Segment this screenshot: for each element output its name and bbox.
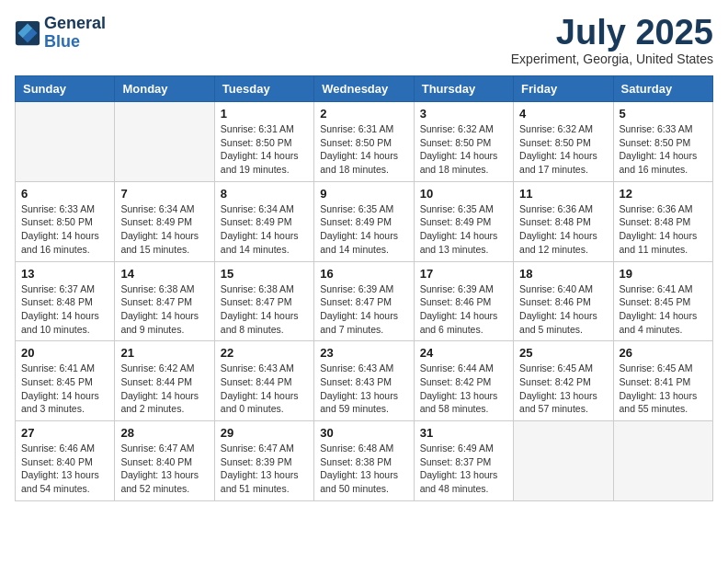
calendar-cell [514, 421, 613, 501]
day-info: Sunrise: 6:32 AMSunset: 8:50 PMDaylight:… [420, 122, 507, 177]
header-tuesday: Tuesday [214, 76, 313, 102]
day-number: 13 [21, 267, 108, 281]
calendar-cell: 20Sunrise: 6:41 AMSunset: 8:45 PMDayligh… [16, 341, 115, 421]
day-number: 16 [320, 267, 407, 281]
calendar-cell: 31Sunrise: 6:49 AMSunset: 8:37 PMDayligh… [414, 421, 513, 501]
page-header: General Blue July 2025 Experiment, Georg… [15, 15, 713, 66]
header-sunday: Sunday [16, 76, 115, 102]
day-number: 4 [519, 107, 607, 121]
day-info: Sunrise: 6:31 AMSunset: 8:50 PMDaylight:… [320, 122, 407, 177]
day-number: 30 [320, 426, 407, 440]
day-number: 17 [420, 267, 507, 281]
calendar-cell: 10Sunrise: 6:35 AMSunset: 8:49 PMDayligh… [414, 181, 513, 261]
day-number: 20 [21, 346, 108, 360]
day-number: 23 [320, 346, 407, 360]
day-number: 14 [120, 267, 208, 281]
day-info: Sunrise: 6:36 AMSunset: 8:48 PMDaylight:… [620, 202, 707, 257]
day-info: Sunrise: 6:43 AMSunset: 8:44 PMDaylight:… [221, 362, 308, 416]
calendar-cell: 3Sunrise: 6:32 AMSunset: 8:50 PMDaylight… [414, 102, 513, 182]
calendar-cell: 18Sunrise: 6:40 AMSunset: 8:46 PMDayligh… [514, 261, 613, 341]
day-info: Sunrise: 6:33 AMSunset: 8:50 PMDaylight:… [21, 202, 108, 257]
day-number: 27 [21, 426, 108, 440]
calendar-cell: 4Sunrise: 6:32 AMSunset: 8:50 PMDaylight… [514, 102, 613, 182]
header-friday: Friday [514, 76, 613, 102]
calendar-cell: 21Sunrise: 6:42 AMSunset: 8:44 PMDayligh… [115, 341, 214, 421]
header-monday: Monday [115, 76, 214, 102]
day-number: 24 [420, 346, 507, 360]
day-info: Sunrise: 6:36 AMSunset: 8:48 PMDaylight:… [519, 202, 607, 257]
calendar-cell: 17Sunrise: 6:39 AMSunset: 8:46 PMDayligh… [414, 261, 513, 341]
day-number: 3 [420, 107, 507, 121]
day-info: Sunrise: 6:39 AMSunset: 8:47 PMDaylight:… [320, 282, 407, 337]
calendar-cell: 27Sunrise: 6:46 AMSunset: 8:40 PMDayligh… [16, 421, 115, 501]
day-info: Sunrise: 6:39 AMSunset: 8:46 PMDaylight:… [420, 282, 507, 337]
day-info: Sunrise: 6:40 AMSunset: 8:46 PMDaylight:… [519, 282, 607, 337]
header-saturday: Saturday [613, 76, 712, 102]
calendar: Sunday Monday Tuesday Wednesday Thursday… [15, 75, 713, 501]
day-info: Sunrise: 6:48 AMSunset: 8:38 PMDaylight:… [320, 442, 407, 496]
calendar-cell [613, 421, 712, 501]
calendar-cell [16, 102, 115, 182]
day-info: Sunrise: 6:32 AMSunset: 8:50 PMDaylight:… [519, 122, 607, 177]
day-number: 10 [420, 187, 507, 201]
day-info: Sunrise: 6:41 AMSunset: 8:45 PMDaylight:… [21, 362, 108, 416]
day-info: Sunrise: 6:38 AMSunset: 8:47 PMDaylight:… [221, 282, 308, 337]
month-title: July 2025 [511, 15, 713, 50]
calendar-cell: 15Sunrise: 6:38 AMSunset: 8:47 PMDayligh… [214, 261, 313, 341]
day-number: 18 [519, 267, 607, 281]
day-number: 8 [221, 187, 308, 201]
calendar-week-1: 1Sunrise: 6:31 AMSunset: 8:50 PMDaylight… [16, 102, 713, 182]
calendar-cell: 22Sunrise: 6:43 AMSunset: 8:44 PMDayligh… [214, 341, 313, 421]
calendar-cell [115, 102, 214, 182]
calendar-cell: 11Sunrise: 6:36 AMSunset: 8:48 PMDayligh… [514, 181, 613, 261]
calendar-week-4: 20Sunrise: 6:41 AMSunset: 8:45 PMDayligh… [16, 341, 713, 421]
calendar-week-5: 27Sunrise: 6:46 AMSunset: 8:40 PMDayligh… [16, 421, 713, 501]
logo-icon [15, 20, 40, 46]
calendar-cell: 14Sunrise: 6:38 AMSunset: 8:47 PMDayligh… [115, 261, 214, 341]
day-info: Sunrise: 6:34 AMSunset: 8:49 PMDaylight:… [221, 202, 308, 257]
calendar-cell: 26Sunrise: 6:45 AMSunset: 8:41 PMDayligh… [613, 341, 712, 421]
calendar-cell: 30Sunrise: 6:48 AMSunset: 8:38 PMDayligh… [314, 421, 414, 501]
day-info: Sunrise: 6:44 AMSunset: 8:42 PMDaylight:… [420, 362, 507, 416]
day-info: Sunrise: 6:43 AMSunset: 8:43 PMDaylight:… [320, 362, 407, 416]
day-number: 21 [120, 346, 208, 360]
day-number: 22 [221, 346, 308, 360]
day-number: 15 [221, 267, 308, 281]
day-info: Sunrise: 6:47 AMSunset: 8:40 PMDaylight:… [120, 442, 208, 496]
day-number: 1 [221, 107, 308, 121]
header-wednesday: Wednesday [314, 76, 414, 102]
day-info: Sunrise: 6:37 AMSunset: 8:48 PMDaylight:… [21, 282, 108, 337]
day-number: 26 [620, 346, 707, 360]
calendar-cell: 9Sunrise: 6:35 AMSunset: 8:49 PMDaylight… [314, 181, 414, 261]
day-number: 19 [620, 267, 707, 281]
day-number: 5 [620, 107, 707, 121]
header-thursday: Thursday [414, 76, 513, 102]
calendar-cell: 29Sunrise: 6:47 AMSunset: 8:39 PMDayligh… [214, 421, 313, 501]
calendar-cell: 13Sunrise: 6:37 AMSunset: 8:48 PMDayligh… [16, 261, 115, 341]
calendar-cell: 1Sunrise: 6:31 AMSunset: 8:50 PMDaylight… [214, 102, 313, 182]
day-number: 2 [320, 107, 407, 121]
calendar-header-row: Sunday Monday Tuesday Wednesday Thursday… [16, 76, 713, 102]
calendar-cell: 2Sunrise: 6:31 AMSunset: 8:50 PMDaylight… [314, 102, 414, 182]
day-info: Sunrise: 6:45 AMSunset: 8:42 PMDaylight:… [519, 362, 607, 416]
day-number: 12 [620, 187, 707, 201]
day-info: Sunrise: 6:35 AMSunset: 8:49 PMDaylight:… [320, 202, 407, 257]
day-number: 25 [519, 346, 607, 360]
day-info: Sunrise: 6:42 AMSunset: 8:44 PMDaylight:… [120, 362, 208, 416]
day-number: 29 [221, 426, 308, 440]
calendar-cell: 23Sunrise: 6:43 AMSunset: 8:43 PMDayligh… [314, 341, 414, 421]
day-info: Sunrise: 6:47 AMSunset: 8:39 PMDaylight:… [221, 442, 308, 496]
day-info: Sunrise: 6:31 AMSunset: 8:50 PMDaylight:… [221, 122, 308, 177]
title-block: July 2025 Experiment, Georgia, United St… [511, 15, 713, 66]
calendar-week-3: 13Sunrise: 6:37 AMSunset: 8:48 PMDayligh… [16, 261, 713, 341]
day-info: Sunrise: 6:38 AMSunset: 8:47 PMDaylight:… [120, 282, 208, 337]
calendar-week-2: 6Sunrise: 6:33 AMSunset: 8:50 PMDaylight… [16, 181, 713, 261]
day-info: Sunrise: 6:41 AMSunset: 8:45 PMDaylight:… [620, 282, 707, 337]
calendar-cell: 6Sunrise: 6:33 AMSunset: 8:50 PMDaylight… [16, 181, 115, 261]
day-info: Sunrise: 6:33 AMSunset: 8:50 PMDaylight:… [620, 122, 707, 177]
logo-text: General Blue [44, 15, 106, 52]
location: Experiment, Georgia, United States [511, 52, 713, 66]
calendar-cell: 24Sunrise: 6:44 AMSunset: 8:42 PMDayligh… [414, 341, 513, 421]
day-info: Sunrise: 6:45 AMSunset: 8:41 PMDaylight:… [620, 362, 707, 416]
logo: General Blue [15, 15, 106, 52]
